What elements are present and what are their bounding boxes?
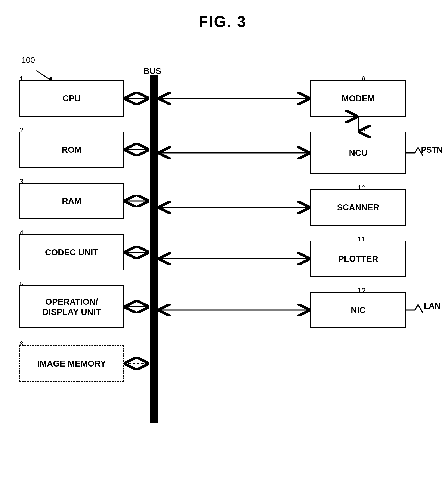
pstn-label: PSTN: [421, 145, 443, 155]
svg-line-14: [36, 71, 53, 81]
nic-box: NIC: [310, 292, 406, 328]
bus-label: BUS: [143, 66, 161, 76]
imagemem-box: IMAGE MEMORY: [19, 345, 124, 382]
bus-bar: [150, 75, 158, 423]
codec-box: CODEC UNIT: [19, 234, 124, 270]
rom-box: ROM: [19, 131, 124, 168]
ram-box: RAM: [19, 183, 124, 219]
ncu-box: NCU: [310, 131, 406, 174]
opdisplay-box: OPERATION/DISPLAY UNIT: [19, 286, 124, 328]
plotter-box: PLOTTER: [310, 241, 406, 277]
cpu-box: CPU: [19, 80, 124, 117]
diagram-container: 100 BUS 1 CPU 2 ROM 3 RAM 4 CODEC UNIT 5…: [17, 47, 423, 496]
lan-label: LAN: [424, 302, 441, 311]
page-title: FIG. 3: [0, 13, 445, 30]
ref-100-label: 100: [21, 55, 35, 65]
modem-box: MODEM: [310, 80, 406, 117]
scanner-box: SCANNER: [310, 189, 406, 226]
